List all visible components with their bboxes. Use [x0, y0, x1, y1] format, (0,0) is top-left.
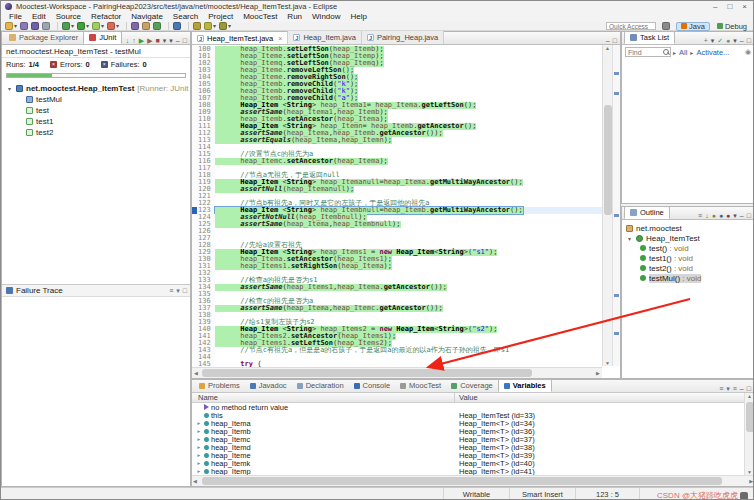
code-line[interactable]: 137 assertSame(heap_Itema,heap_Itemc.get…: [192, 305, 602, 312]
annotation-tick[interactable]: [614, 92, 619, 95]
tab-junit[interactable]: JUnit: [83, 31, 122, 44]
outline-item-Heap_ItemTest[interactable]: ▾Heap_ItemTest: [622, 233, 754, 243]
tab-outline[interactable]: Outline: [624, 206, 670, 219]
tab-javadoc[interactable]: Javadoc: [245, 379, 292, 392]
vertical-scroll-thumb[interactable]: [746, 402, 754, 432]
minimize-editor-button[interactable]: –: [606, 37, 610, 44]
rerun-failed-first-button[interactable]: ▶: [147, 37, 152, 44]
open-in-editor-button[interactable]: □: [183, 287, 187, 294]
scroll-left-icon[interactable]: ◀: [193, 478, 197, 484]
sort-button[interactable]: ↓: [705, 212, 709, 219]
rerun-test-button[interactable]: ▶: [139, 37, 144, 44]
editor-tab-heap_item-java[interactable]: JHeap_Item.java: [288, 31, 362, 44]
annotation-tick[interactable]: [614, 214, 619, 217]
code-line[interactable]: 134 assertSame(heap_Items1,heap_Itema.ge…: [192, 284, 602, 291]
menu-file[interactable]: File: [4, 12, 27, 22]
tree-collapsed-icon[interactable]: ▸: [196, 460, 202, 466]
outline-view-menu-button[interactable]: ▾: [733, 212, 737, 219]
compare-result-button[interactable]: ▾: [176, 287, 180, 294]
view-menu-button[interactable]: ▾: [169, 37, 173, 44]
menu-mooctest[interactable]: MoocTest: [238, 12, 282, 22]
code-line[interactable]: 116 heap_Itemc.setAncestor(heap_Itema);: [192, 158, 602, 165]
run-history-icon[interactable]: ▾: [107, 22, 119, 30]
outline-item-test2[interactable]: test2() : void: [622, 263, 754, 273]
tab-mooctest[interactable]: MoocTest: [395, 379, 446, 392]
forward-icon[interactable]: ▾: [219, 22, 231, 30]
horizontal-scroll-thumb[interactable]: [202, 369, 532, 377]
next-failed-test-button[interactable]: ↓: [126, 37, 130, 44]
hide-static-members-button[interactable]: ●: [719, 212, 723, 219]
debug-icon[interactable]: ▾: [62, 22, 74, 30]
new-java-project-icon[interactable]: [131, 22, 139, 30]
outline-item-netmooctest[interactable]: net.mooctest: [622, 223, 754, 233]
column-value[interactable]: Value: [455, 393, 478, 402]
menu-window[interactable]: Window: [307, 12, 345, 22]
minimize-view-button[interactable]: –: [176, 37, 180, 44]
focus-on-workweek-button[interactable]: ●: [726, 37, 730, 44]
coverage-icon[interactable]: ▾: [92, 22, 104, 30]
scroll-right-icon[interactable]: ▶: [594, 370, 602, 376]
code-line[interactable]: 120 assertNull(heap_Itemanull);: [192, 186, 602, 193]
minimize-window-button[interactable]: –: [713, 2, 717, 11]
minimize-view-button[interactable]: –: [740, 385, 744, 392]
outline-item-testMul[interactable]: testMul() : void: [622, 273, 754, 283]
maximize-window-button[interactable]: □: [727, 2, 732, 11]
tab-package-explorer[interactable]: Package Explorer: [4, 31, 83, 44]
print-icon[interactable]: [42, 22, 50, 30]
maximize-view-button[interactable]: □: [183, 37, 187, 44]
tree-expanded-icon[interactable]: ▾: [626, 235, 633, 242]
task-list-link-all[interactable]: All: [679, 48, 687, 57]
help-icon[interactable]: ◉: [745, 48, 751, 56]
junit-test-test[interactable]: test: [2, 105, 190, 116]
tab-coverage[interactable]: Coverage: [446, 379, 498, 392]
search-icon[interactable]: [173, 22, 181, 30]
code-line[interactable]: 143 //节点c有祖先a，但是是a的右孩子，于是返回a的最近的以a作为右子孙的…: [192, 347, 602, 354]
variables-vertical-scrollbar[interactable]: ▲ ▼: [744, 393, 754, 475]
new-wizard-icon[interactable]: ▾: [5, 22, 17, 30]
maximize-view-button[interactable]: □: [747, 212, 751, 219]
editor-tab-pairing_heap-java[interactable]: JPairing_Heap.java: [362, 31, 444, 44]
junit-test-test1[interactable]: test1: [2, 116, 190, 127]
menu-search[interactable]: Search: [168, 12, 203, 22]
new-class-icon[interactable]: [153, 22, 161, 30]
back-icon[interactable]: ▾: [204, 22, 216, 30]
menu-source[interactable]: Source: [51, 12, 86, 22]
scroll-up-icon[interactable]: ▲: [745, 393, 754, 399]
column-name[interactable]: Name: [192, 393, 455, 402]
test-history-dropdown[interactable]: ▾: [163, 37, 167, 44]
tree-collapsed-icon[interactable]: ▸: [196, 444, 202, 450]
hide-fields-button[interactable]: ●: [712, 212, 716, 219]
perspective-debug[interactable]: Debug: [713, 22, 751, 31]
new-task-button[interactable]: +: [704, 37, 708, 44]
menu-project[interactable]: Project: [203, 12, 238, 22]
tab-declaration[interactable]: Declaration: [292, 379, 349, 392]
task-list-link-activate[interactable]: Activate...: [696, 48, 729, 57]
annotation-tick[interactable]: [614, 294, 619, 297]
perspective-java[interactable]: Java: [676, 22, 710, 31]
outline-item-test1[interactable]: test1() : void: [622, 253, 754, 263]
close-tab-icon[interactable]: ×: [278, 35, 282, 42]
menu-refactor[interactable]: Refactor: [86, 12, 126, 22]
last-edit-location-icon[interactable]: [193, 22, 201, 30]
vertical-scroll-thumb[interactable]: [604, 105, 612, 215]
stop-test-button[interactable]: ■: [156, 37, 160, 44]
code-line[interactable]: 131 heap_Items1.setRightSon(heap_Itema);: [192, 263, 602, 270]
save-all-icon[interactable]: [31, 22, 39, 30]
menu-run[interactable]: Run: [282, 12, 307, 22]
maximize-view-button[interactable]: □: [747, 385, 751, 392]
annotation-tick[interactable]: [614, 332, 619, 335]
minimize-view-button[interactable]: –: [740, 212, 744, 219]
tree-collapsed-icon[interactable]: ▸: [196, 420, 202, 426]
task-presentation-dropdown[interactable]: ▾: [711, 37, 715, 44]
stack-trace-filter-button[interactable]: ≡: [169, 287, 173, 294]
overview-ruler[interactable]: [612, 45, 620, 366]
scroll-down-icon[interactable]: ▼: [603, 360, 612, 366]
tab-console[interactable]: Console: [349, 379, 396, 392]
close-window-button[interactable]: ×: [742, 2, 747, 11]
maximize-editor-button[interactable]: □: [613, 37, 617, 44]
task-view-menu-button[interactable]: ▾: [733, 37, 737, 44]
editor-horizontal-scrollbar[interactable]: ◀ ▶: [192, 367, 602, 378]
tree-collapsed-icon[interactable]: ▸: [196, 452, 202, 458]
annotation-tick[interactable]: [614, 72, 619, 75]
code-line[interactable]: 125 assertSame(heap_Itema,heap_Itembnull…: [192, 221, 602, 228]
